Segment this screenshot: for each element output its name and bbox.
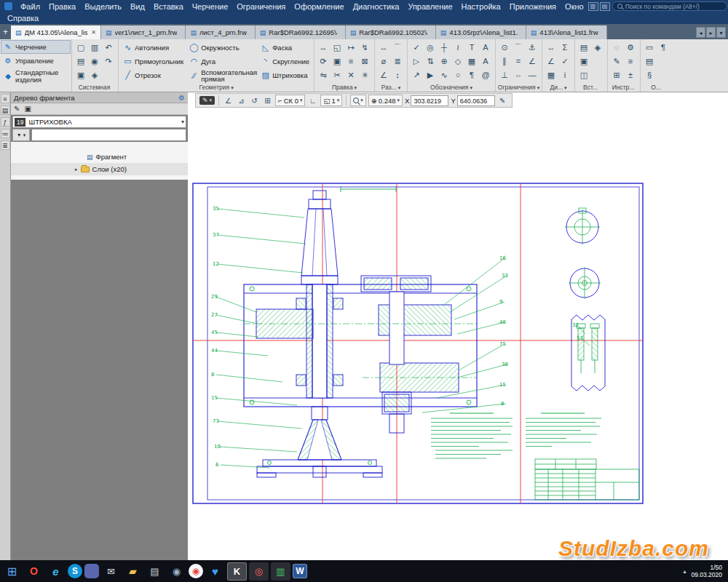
redo-icon[interactable]: ↷ bbox=[102, 55, 115, 68]
zoom-value-select[interactable]: ⊕ 0.248 ▾ bbox=[368, 95, 403, 106]
menu-item[interactable]: Вставка bbox=[149, 1, 188, 12]
grid-tool-icon[interactable]: ⊞ bbox=[610, 68, 623, 81]
view-arrow-icon[interactable]: ▶ bbox=[424, 68, 437, 81]
tab-menu-icon[interactable]: ▾ bbox=[716, 27, 726, 38]
expand-arrow-icon[interactable]: ▸ bbox=[75, 167, 78, 172]
gear-icon[interactable]: ⚙ bbox=[178, 94, 185, 102]
mail-icon[interactable]: ✉ bbox=[101, 562, 121, 581]
document-tab[interactable]: ▤ лист_4_prn.frw bbox=[186, 25, 255, 39]
document-tab[interactable]: ▤ ver1\лист_1_prn.frw bbox=[101, 25, 186, 39]
text-icon[interactable]: T bbox=[465, 41, 478, 54]
steam-icon[interactable]: ◉ bbox=[167, 562, 186, 581]
command-search[interactable] bbox=[612, 1, 727, 11]
group-label[interactable]: Вст... bbox=[575, 84, 607, 91]
position-leader-icon[interactable]: ◎ bbox=[424, 41, 437, 54]
angle-constraint-icon[interactable]: ∠ bbox=[526, 55, 539, 68]
center-mark-icon[interactable]: ⊕ bbox=[438, 55, 451, 68]
tab-close-icon[interactable]: ✕ bbox=[91, 29, 96, 36]
measure-area-icon[interactable]: ▦ bbox=[545, 68, 558, 81]
check-document-icon[interactable]: ✓ bbox=[558, 55, 571, 68]
zoom-menu[interactable]: ▾ bbox=[350, 95, 366, 106]
filter-icon[interactable]: ▼▾ bbox=[12, 129, 30, 141]
explode-icon[interactable]: ✳ bbox=[358, 68, 371, 81]
ortho-mode-icon[interactable]: ∟ bbox=[307, 95, 318, 106]
preview-icon[interactable]: ◉ bbox=[88, 55, 101, 68]
search-app-icon[interactable]: ◎ bbox=[249, 562, 269, 581]
scale-select[interactable]: ◱ 1 ▾ bbox=[320, 95, 342, 106]
kompas-icon[interactable]: K bbox=[227, 562, 247, 581]
new-document-icon[interactable]: ▢ bbox=[74, 41, 87, 54]
group-label[interactable]: О... bbox=[641, 84, 673, 91]
underlined-text-icon[interactable]: A bbox=[479, 55, 492, 68]
folder-icon[interactable]: ▰ bbox=[123, 562, 143, 581]
group-label[interactable]: Обозначения▾ bbox=[408, 84, 495, 91]
undo-icon[interactable]: ↶ bbox=[102, 41, 115, 54]
extend-icon[interactable]: ↦ bbox=[344, 41, 357, 54]
layout-columns-icon[interactable]: ▥ bbox=[588, 2, 598, 11]
info-icon[interactable]: i bbox=[558, 68, 571, 81]
tree-item-layers[interactable]: ▸ Слои (x20) bbox=[11, 163, 188, 175]
menu-item[interactable]: Вид bbox=[126, 1, 149, 12]
tree-item-fragment[interactable]: ▤ Фрагмент bbox=[11, 151, 188, 163]
hatch-tool[interactable]: ▨ Штриховка bbox=[258, 68, 312, 82]
menu-item[interactable]: Диагностика bbox=[349, 1, 404, 12]
brush-icon[interactable]: ✎ bbox=[14, 105, 20, 113]
start-button[interactable]: ⊞ bbox=[2, 562, 22, 581]
tangent-icon[interactable]: ⌒ bbox=[512, 41, 525, 54]
menu-item[interactable]: Файл bbox=[16, 1, 44, 12]
insert-fragment-icon[interactable]: ▤ bbox=[577, 41, 590, 54]
snap-rotate-icon[interactable]: ↺ bbox=[249, 95, 260, 106]
sheet-format-icon[interactable]: ▭ bbox=[643, 41, 656, 54]
style-icon[interactable]: § bbox=[643, 68, 656, 81]
height-dimension-icon[interactable]: ↕ bbox=[391, 68, 404, 81]
screenshot-icon[interactable]: ◈ bbox=[88, 68, 101, 81]
insert-object-icon[interactable]: ◈ bbox=[591, 41, 604, 54]
chevron-down-icon[interactable]: ▾ bbox=[181, 119, 184, 125]
save-icon[interactable]: ▣ bbox=[74, 68, 87, 81]
pen-tool-icon[interactable]: ✎ bbox=[610, 55, 623, 68]
parallel-icon[interactable]: ∥ bbox=[498, 55, 511, 68]
auxiliary-line-tool[interactable]: ∕∕ Вспомогательная прямая bbox=[187, 68, 257, 82]
group-label[interactable]: Раз...▾ bbox=[375, 84, 407, 91]
parameters-panel-icon[interactable]: ▤ bbox=[1, 105, 10, 115]
coincident-icon[interactable]: ⊙ bbox=[498, 41, 511, 54]
rectangle-tool[interactable]: ▭ Прямоугольник bbox=[121, 55, 186, 68]
fix-icon[interactable]: ⚓ bbox=[526, 41, 539, 54]
datum-icon[interactable]: ▷ bbox=[410, 55, 423, 68]
menu-item[interactable]: Выделить bbox=[80, 1, 126, 12]
clipboard-icon[interactable]: ▤ bbox=[145, 562, 165, 581]
group-label[interactable]: Правка▾ bbox=[314, 84, 374, 91]
fx-panel-icon[interactable]: ƒ bbox=[1, 117, 10, 127]
erase-icon[interactable]: ⊠ bbox=[358, 55, 371, 68]
discord-icon[interactable] bbox=[84, 564, 99, 578]
search-input[interactable] bbox=[625, 3, 722, 10]
scale-icon[interactable]: ◱ bbox=[331, 41, 344, 54]
letter-a-icon[interactable]: А bbox=[479, 41, 492, 54]
mass-properties-icon[interactable]: Σ bbox=[558, 41, 571, 54]
group-label[interactable]: Ограничения▾ bbox=[496, 84, 542, 91]
align-icon[interactable]: ≡ bbox=[344, 55, 357, 68]
layer-selector[interactable]: 19 ШТРИХОВКА ▾ bbox=[12, 116, 186, 128]
section-line-icon[interactable]: ⇅ bbox=[424, 55, 437, 68]
drawing-area[interactable]: ✎▾ ∠ ⊿ ↺ ⊞ ⌐ СК 0 ▾ ∟ ◱ 1 ▾ ▾ ⊕ bbox=[188, 92, 728, 560]
title-block-icon[interactable]: ▤ bbox=[643, 55, 656, 68]
wave-line-icon[interactable]: ∿ bbox=[438, 68, 451, 81]
mark-circle-icon[interactable]: ○ bbox=[451, 68, 464, 81]
x-coordinate-field[interactable]: X 303.8219 bbox=[405, 95, 448, 106]
trim-icon[interactable]: ✂ bbox=[331, 68, 344, 81]
drawing-canvas[interactable]: 3537122927454481573106163394875381583253 bbox=[188, 92, 728, 560]
measure-distance-icon[interactable]: ↔ bbox=[545, 41, 558, 54]
segment-tool[interactable]: ╱ Отрезок bbox=[121, 68, 186, 82]
arc-tool[interactable]: ◠ Дуга bbox=[187, 55, 257, 68]
equal-icon[interactable]: = bbox=[512, 55, 525, 68]
settings-tool-icon[interactable]: ⚙ bbox=[624, 41, 637, 54]
rotate-icon[interactable]: ⟳ bbox=[317, 55, 330, 68]
tab-scroll-left-icon[interactable]: ◂ bbox=[696, 27, 705, 38]
y-coordinate-field[interactable]: Y 640.0636 bbox=[451, 95, 494, 106]
break-icon[interactable]: ↯ bbox=[358, 41, 371, 54]
measure-angle-icon[interactable]: ∠ bbox=[545, 55, 558, 68]
layers-panel-icon[interactable]: ≣ bbox=[1, 140, 10, 150]
opera-browser-icon[interactable]: O bbox=[24, 562, 44, 581]
workspace-tab[interactable]: ⚙ Управление bbox=[1, 54, 71, 68]
circle-tool[interactable]: ◯ Окружность bbox=[187, 41, 257, 55]
